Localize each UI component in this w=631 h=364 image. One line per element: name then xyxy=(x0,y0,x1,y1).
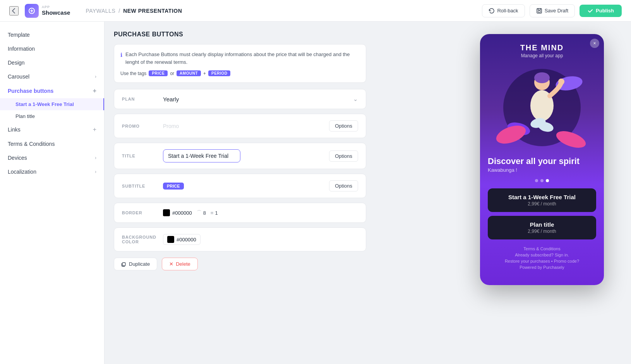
sidebar-item-purchase-buttons-label: Purchase buttons xyxy=(8,88,53,94)
logo-icon xyxy=(25,4,39,18)
tags-plus: + xyxy=(203,71,206,76)
phone-button-1-sub: 2,99€ / month xyxy=(494,201,590,207)
phone-close-button[interactable]: × xyxy=(590,39,599,48)
dot-2 xyxy=(540,179,544,182)
border-color-control[interactable]: #000000 xyxy=(163,209,192,216)
footer-link-signin[interactable]: Already subscribed? Sign in. xyxy=(494,253,590,257)
logo-name: Showcase xyxy=(42,9,70,16)
sidebar-item-devices[interactable]: Devices › xyxy=(0,151,104,165)
tags-prefix: Use the tags xyxy=(120,71,146,76)
subtitle-price-tag: PRICE xyxy=(163,183,184,190)
plan-value: Yearly xyxy=(163,96,179,103)
phone-dots xyxy=(488,179,596,182)
border-radius-value: 8 xyxy=(203,210,206,216)
bg-color-control[interactable]: #000000 xyxy=(163,234,201,245)
breadcrumb-current-page: NEW PRESENTATION xyxy=(123,8,182,14)
bg-color-swatch xyxy=(167,236,174,243)
delete-label: Delete xyxy=(176,261,190,267)
bg-color-hex: #000000 xyxy=(177,237,196,243)
subtitle-options-button[interactable]: Options xyxy=(329,180,358,191)
svg-point-5 xyxy=(534,72,550,83)
phone-app-subtitle: Manage all your app xyxy=(480,53,604,58)
sidebar-item-terms-label: Terms & Conditions xyxy=(8,141,55,147)
promo-options-button[interactable]: Options xyxy=(329,120,358,132)
phone-button-1[interactable]: Start a 1-Week Free Trial 2,99€ / month xyxy=(488,188,596,212)
sidebar-item-links-label: Links xyxy=(8,126,21,133)
border-row: BORDER #000000 ⌒ 8 ≡ xyxy=(114,203,366,222)
publish-button[interactable]: Publish xyxy=(580,5,622,17)
phone-content: Discover all your spirit Kawabunga ! Sta… xyxy=(480,150,604,285)
footer-link-terms[interactable]: Terms & Conditions xyxy=(494,246,590,251)
plan-select[interactable]: Yearly ⌄ xyxy=(163,96,358,103)
rollback-button[interactable]: Roll-back xyxy=(482,4,525,17)
save-draft-button[interactable]: Save Draft xyxy=(530,4,575,17)
duplicate-button[interactable]: Duplicate xyxy=(114,258,157,270)
sidebar-item-information[interactable]: Information xyxy=(0,42,104,56)
save-draft-label: Save Draft xyxy=(545,8,568,14)
period-tag: PERIOD xyxy=(208,70,230,76)
plan-chevron-icon: ⌄ xyxy=(353,96,358,103)
phone-button-1-title: Start a 1-Week Free Trial xyxy=(494,194,590,200)
links-plus-icon[interactable]: + xyxy=(93,126,96,133)
tags-or: or xyxy=(170,71,174,76)
rollback-label: Roll-back xyxy=(497,8,518,14)
footer-link-restore[interactable]: Restore your purchases • Promo code? xyxy=(494,259,590,263)
sidebar-subitem-start-trial[interactable]: Start a 1-Week Free Trial xyxy=(0,98,104,110)
border-width-control[interactable]: ≡ 1 xyxy=(211,210,218,216)
sidebar-item-template[interactable]: Template xyxy=(0,28,104,42)
bottom-actions: Duplicate ✕ Delete xyxy=(114,258,366,270)
border-card: BORDER #000000 ⌒ 8 ≡ xyxy=(114,203,366,223)
duplicate-label: Duplicate xyxy=(129,261,150,267)
logo-text: APP Showcase xyxy=(42,5,70,16)
purchase-buttons-plus-icon[interactable]: + xyxy=(93,87,96,94)
sidebar-subitem-plan-title[interactable]: Plan title xyxy=(0,110,104,122)
carousel-chevron-icon: › xyxy=(95,74,96,79)
promo-label: PROMO xyxy=(122,124,157,128)
delete-button[interactable]: ✕ Delete xyxy=(162,258,198,270)
logo-app-label: APP xyxy=(42,5,70,9)
svg-rect-2 xyxy=(538,11,540,12)
header-actions: Roll-back Save Draft Publish xyxy=(482,4,622,17)
back-button[interactable] xyxy=(9,6,19,15)
price-tag: PRICE xyxy=(149,70,168,76)
phone-button-2[interactable]: Plan title 2,99€ / month xyxy=(488,216,596,239)
phone-button-2-title: Plan title xyxy=(494,221,590,228)
phone-mockup: × THE MIND Manage all your app xyxy=(480,34,604,285)
border-radius-control[interactable]: ⌒ 8 xyxy=(197,209,206,216)
subtitle-card: SUBTITLE PRICE Options xyxy=(114,174,366,198)
sidebar-item-localization[interactable]: Localization › xyxy=(0,165,104,179)
sidebar-item-carousel[interactable]: Carousel › xyxy=(0,70,104,84)
devices-chevron-icon: › xyxy=(95,155,96,161)
main-layout: Template Information Design Carousel › P… xyxy=(0,22,631,364)
sidebar-item-design[interactable]: Design xyxy=(0,56,104,70)
content-area: PURCHASE BUTTONS ℹ Each Purchase Buttons… xyxy=(105,22,453,364)
section-title: PURCHASE BUTTONS xyxy=(114,31,366,38)
phone-illustration xyxy=(499,65,585,150)
subtitle-label: SUBTITLE xyxy=(122,184,157,188)
logo: APP Showcase xyxy=(25,4,70,18)
breadcrumb: PAYWALLS / NEW PRESENTATION xyxy=(86,8,476,14)
publish-label: Publish xyxy=(596,8,614,14)
sidebar-item-links[interactable]: Links + xyxy=(0,122,104,137)
bg-color-row: BACKGROUND COLOR #000000 xyxy=(114,228,366,251)
plan-row: PLAN Yearly ⌄ xyxy=(114,89,366,109)
title-card: TITLE Options xyxy=(114,143,366,169)
plan-card: PLAN Yearly ⌄ xyxy=(114,89,366,109)
footer-link-powered: Powered by Purchasely xyxy=(494,265,590,270)
phone-hero: THE MIND Manage all your app xyxy=(480,34,604,150)
promo-row: PROMO Promo Options xyxy=(114,114,366,138)
title-input[interactable] xyxy=(163,149,240,162)
info-box: ℹ Each Purchase Buttons must clearly dis… xyxy=(114,44,366,83)
sidebar-item-carousel-label: Carousel xyxy=(8,73,29,80)
title-options-button[interactable]: Options xyxy=(329,150,358,162)
phone-heading: Discover all your spirit xyxy=(488,156,596,166)
sidebar-item-terms[interactable]: Terms & Conditions xyxy=(0,137,104,151)
sidebar-item-purchase-buttons[interactable]: Purchase buttons + xyxy=(0,84,104,98)
duplicate-icon xyxy=(121,261,127,267)
phone-app-title: THE MIND xyxy=(480,43,604,52)
breadcrumb-paywalls: PAYWALLS xyxy=(86,8,115,14)
dot-1 xyxy=(535,179,538,182)
sidebar-subitem-start-trial-label: Start a 1-Week Free Trial xyxy=(15,101,74,107)
preview-panel: × THE MIND Manage all your app xyxy=(453,22,631,364)
sidebar-item-devices-label: Devices xyxy=(8,155,27,161)
